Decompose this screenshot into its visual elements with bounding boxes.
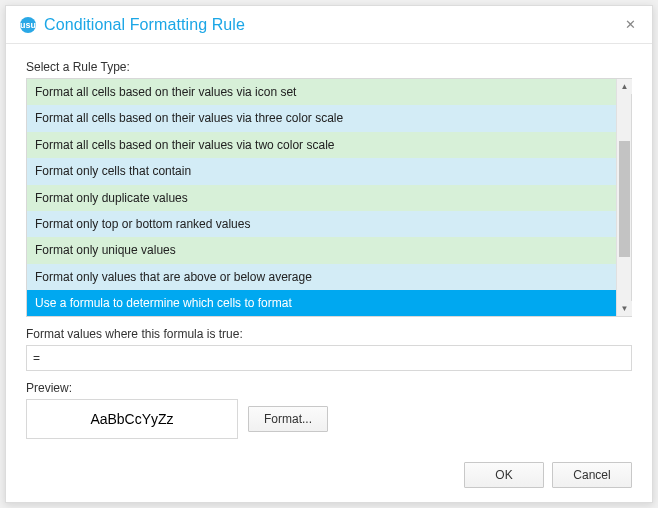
- formula-label: Format values where this formula is true…: [26, 327, 632, 341]
- rule-type-item[interactable]: Format only duplicate values: [27, 185, 631, 211]
- rule-type-item[interactable]: Format all cells based on their values v…: [27, 132, 631, 158]
- scrollbar-track[interactable]: ▲ ▼: [616, 79, 631, 316]
- dialog-footer: OK Cancel: [464, 462, 632, 488]
- ok-button[interactable]: OK: [464, 462, 544, 488]
- formula-input[interactable]: [26, 345, 632, 371]
- rule-type-list: Format all cells based on their values v…: [26, 78, 632, 317]
- rule-type-item[interactable]: Format only cells that contain: [27, 158, 631, 184]
- dialog-body: Select a Rule Type: Format all cells bas…: [6, 44, 652, 453]
- scroll-down-icon[interactable]: ▼: [617, 301, 632, 316]
- cancel-button[interactable]: Cancel: [552, 462, 632, 488]
- app-icon: usu: [20, 17, 36, 33]
- preview-row: AaBbCcYyZz Format...: [26, 399, 632, 439]
- dialog-title: Conditional Formatting Rule: [44, 16, 618, 34]
- rule-type-item[interactable]: Format only unique values: [27, 237, 631, 263]
- titlebar: usu Conditional Formatting Rule ✕: [6, 6, 652, 44]
- preview-label: Preview:: [26, 381, 632, 395]
- rule-type-item[interactable]: Format only values that are above or bel…: [27, 264, 631, 290]
- close-icon[interactable]: ✕: [618, 13, 642, 37]
- dialog: usu Conditional Formatting Rule ✕ Select…: [5, 5, 653, 503]
- scroll-up-icon[interactable]: ▲: [617, 79, 632, 94]
- format-button[interactable]: Format...: [248, 406, 328, 432]
- rule-type-item[interactable]: Format only top or bottom ranked values: [27, 211, 631, 237]
- scrollbar-thumb[interactable]: [619, 141, 630, 257]
- preview-box: AaBbCcYyZz: [26, 399, 238, 439]
- rule-type-item[interactable]: Use a formula to determine which cells t…: [27, 290, 631, 316]
- select-rule-type-label: Select a Rule Type:: [26, 60, 632, 74]
- rule-type-item[interactable]: Format all cells based on their values v…: [27, 105, 631, 131]
- rule-type-item[interactable]: Format all cells based on their values v…: [27, 79, 631, 105]
